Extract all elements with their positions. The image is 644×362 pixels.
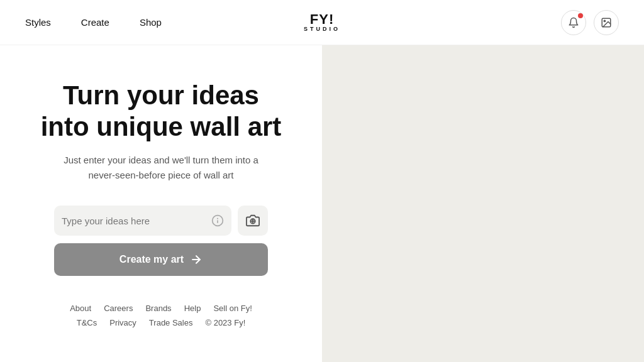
left-panel: Turn your ideas into unique wall art Jus… — [0, 45, 322, 362]
main-layout: Turn your ideas into unique wall art Jus… — [0, 45, 644, 362]
create-art-button[interactable]: Create my art — [54, 243, 268, 276]
notification-button[interactable] — [561, 10, 586, 35]
footer-links: About Careers Brands Help Sell on Fy! T&… — [38, 304, 284, 327]
image-button[interactable] — [594, 10, 619, 35]
text-input-wrapper — [54, 206, 231, 236]
idea-input[interactable] — [62, 216, 211, 226]
notification-dot — [578, 13, 583, 18]
hero-subtitle: Just enter your ideas and we'll turn the… — [54, 153, 268, 183]
arrow-right-icon — [190, 253, 203, 266]
camera-add-icon — [246, 214, 260, 228]
logo: FY! STUDIO — [304, 13, 340, 32]
create-art-label: Create my art — [119, 254, 184, 265]
footer-help[interactable]: Help — [184, 304, 201, 313]
nav-create[interactable]: Create — [81, 17, 109, 28]
hero-title: Turn your ideas into unique wall art — [38, 80, 284, 143]
nav-styles[interactable]: Styles — [25, 17, 51, 28]
header-right — [561, 10, 619, 35]
logo-main: FY! — [310, 11, 334, 27]
footer-about[interactable]: About — [70, 304, 91, 313]
svg-point-1 — [604, 20, 605, 21]
nav-shop[interactable]: Shop — [140, 17, 162, 28]
bell-icon — [568, 17, 579, 28]
footer-row-2: T&Cs Privacy Trade Sales © 2023 Fy! — [77, 318, 246, 327]
footer-careers[interactable]: Careers — [104, 304, 133, 313]
nav-left: Styles Create Shop — [25, 17, 162, 28]
footer-trade[interactable]: Trade Sales — [149, 318, 193, 327]
logo-sub: STUDIO — [304, 26, 340, 32]
header: Styles Create Shop FY! STUDIO — [0, 0, 644, 45]
footer-privacy[interactable]: Privacy — [109, 318, 136, 327]
info-icon[interactable] — [211, 214, 224, 227]
image-icon — [601, 17, 612, 28]
footer-row-1: About Careers Brands Help Sell on Fy! — [70, 304, 252, 313]
footer-tcs[interactable]: T&Cs — [77, 318, 97, 327]
right-panel — [322, 45, 644, 362]
camera-button[interactable] — [238, 206, 268, 236]
footer-copyright: © 2023 Fy! — [205, 318, 245, 327]
input-row — [54, 206, 268, 236]
footer-brands[interactable]: Brands — [145, 304, 171, 313]
footer-sell[interactable]: Sell on Fy! — [213, 304, 252, 313]
